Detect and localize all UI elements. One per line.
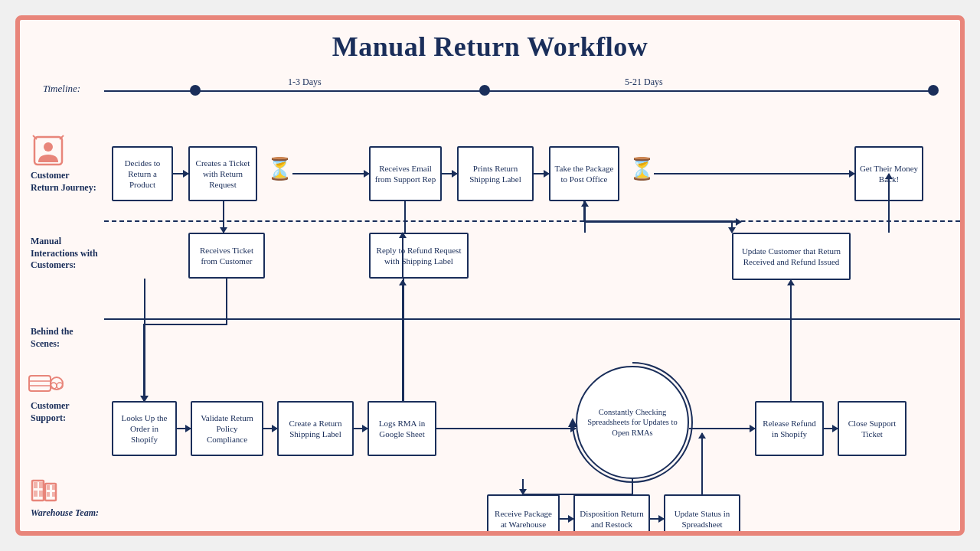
box-take-package: Take the Package to Post Office	[549, 146, 619, 201]
timeline-label-5-21: 5-21 Days	[625, 77, 663, 88]
arrow-create-logs	[354, 428, 368, 429]
timeline-dot-start	[190, 85, 201, 96]
svg-rect-12	[39, 491, 43, 497]
box-receive-package: Receive Package at Warehouse	[487, 494, 560, 536]
arrow-update-to-getmoney	[888, 174, 890, 233]
box-receives-ticket: Receives Ticket from Customer	[188, 233, 265, 279]
box-looks-up: Looks Up the Order in Shopify	[112, 401, 177, 456]
hourglass-icon-2: ⏳	[629, 156, 655, 181]
svg-rect-14	[47, 485, 50, 490]
arrow-status-to-circle	[701, 433, 703, 494]
arrow-circle-warehouse-arr	[522, 479, 524, 494]
svg-rect-10	[39, 482, 43, 488]
box-receives-email: Receives Email from Support Rep	[369, 146, 442, 201]
page-title: Manual Return Workflow	[20, 20, 960, 66]
arrow-circle-to-warehouse-v	[632, 479, 633, 494]
circle-constantly-checking: Constantly Checking Spreadsheets for Upd…	[576, 366, 689, 479]
arrow-prints-take	[534, 173, 549, 174]
arrow-receive-disposition	[560, 518, 573, 520]
arrow-email-prints	[442, 173, 457, 174]
box-reply-refund: Reply to Refund Request with Shipping La…	[369, 233, 469, 279]
arrow-logs-to-circle	[436, 428, 576, 429]
box-creates-ticket: Creates a Ticket with Return Request	[188, 146, 257, 201]
arrow-creates-receives	[223, 201, 224, 233]
timeline-row: Timeline: 1-3 Days 5-21 Days	[20, 75, 960, 103]
arrow-decides-creates	[173, 173, 188, 174]
box-decides: Decides to Return a Product	[112, 146, 173, 201]
divider-solid-1	[104, 318, 960, 320]
svg-rect-17	[52, 492, 55, 497]
warehouse-team-label: Warehouse Team:	[31, 507, 100, 520]
warehouse-icon	[28, 471, 63, 510]
behind-scenes-label: Behind the Scenes:	[31, 326, 100, 350]
box-disposition: Disposition Return and Restock	[573, 494, 650, 536]
timeline-line	[104, 90, 937, 92]
connector-h1	[144, 324, 227, 325]
customer-journey-label: Customer Return Journey:	[31, 170, 100, 194]
arrow-release-to-update	[790, 280, 792, 401]
customer-support-icon	[28, 368, 66, 402]
arrow-h-2	[654, 173, 854, 174]
connector-v1	[226, 279, 227, 324]
box-update-status: Update Status in Spreadsheet	[664, 494, 740, 536]
connector-logs-rma-up	[402, 280, 403, 318]
timeline-dot-mid	[479, 85, 490, 96]
customer-icon	[31, 133, 66, 171]
divider-dash-1	[104, 220, 960, 222]
slide: Manual Return Workflow Timeline: 1-3 Day…	[15, 15, 965, 536]
box-create-shipping: Create a Return Shipping Label	[277, 401, 354, 456]
arrow-circle-to-release	[689, 428, 755, 429]
manual-interactions-label: Manual Interactions with Customers:	[31, 236, 100, 272]
svg-rect-11	[34, 491, 38, 497]
arrow-h-1	[292, 173, 369, 174]
box-logs-rma: Logs RMA in Google Sheet	[368, 401, 436, 456]
box-validate-return: Validate Return Policy Compliance	[191, 401, 263, 456]
svg-rect-2	[29, 376, 51, 391]
box-release-refund: Release Refund in Shopify	[755, 401, 824, 456]
connector-v2	[143, 324, 145, 401]
svg-rect-15	[52, 485, 55, 490]
box-prints-label: Prints Return Shipping Label	[457, 146, 534, 201]
arrow-looks-validate	[177, 428, 191, 429]
box-close-ticket: Close Support Ticket	[838, 401, 906, 456]
timeline-label: Timeline:	[43, 83, 80, 95]
connector-reply-up	[402, 233, 403, 279]
arrow-email-to-reply	[404, 201, 406, 233]
arrow-release-close	[824, 428, 838, 429]
timeline-dot-end	[928, 85, 939, 96]
customer-support-label: Customer Support:	[31, 400, 100, 424]
box-update-customer: Update Customer that Return Received and…	[732, 233, 851, 280]
arrow-disposition-update	[650, 518, 664, 520]
hourglass-icon-1: ⏳	[266, 156, 293, 181]
connector-logsrma-v	[402, 318, 403, 401]
arrow-take-down-to-update	[731, 220, 733, 233]
arrow-take-v	[583, 201, 585, 221]
svg-rect-16	[47, 492, 50, 497]
arrow-circle-to-warehouse-h	[523, 494, 633, 495]
arrow-take-h	[583, 220, 732, 222]
svg-rect-9	[34, 482, 38, 488]
arrow-validate-create	[263, 428, 277, 429]
svg-point-1	[44, 142, 53, 152]
timeline-label-1-3: 1-3 Days	[288, 77, 322, 88]
